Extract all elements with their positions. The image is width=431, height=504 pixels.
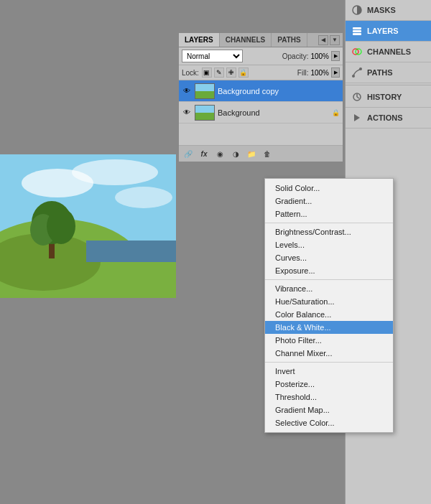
blend-opacity-row: Normal Multiply Screen Opacity: 100% ▶ (179, 47, 343, 65)
mask-button[interactable]: ◉ (213, 148, 226, 159)
lock-paint-icon[interactable]: ✎ (214, 67, 224, 78)
svg-point-2 (72, 159, 158, 185)
svg-point-3 (115, 187, 172, 208)
history-label: HISTORY (367, 93, 402, 101)
menu-posterize[interactable]: Posterize... (265, 378, 393, 391)
layer-thumbnail-bg (195, 105, 215, 121)
paths-label: PATHS (367, 68, 393, 77)
panel-item-channels[interactable]: CHANNELS (346, 42, 431, 62)
tab-paths[interactable]: PATHS (272, 33, 307, 47)
layer-item-bg-copy[interactable]: 👁 Background copy (179, 80, 343, 102)
menu-solid-color[interactable]: Solid Color... (265, 182, 393, 195)
layer-name-bg-copy: Background copy (218, 87, 340, 95)
panel-item-masks[interactable]: MASKS (346, 0, 431, 21)
menu-hue-saturation[interactable]: Hue/Saturation... (265, 295, 393, 308)
tab-layers[interactable]: LAYERS (179, 33, 220, 47)
layer-item-bg[interactable]: 👁 Background 🔒 (179, 102, 343, 123)
svg-line-22 (357, 97, 359, 98)
layers-footer: 🔗 fx ◉ ◑ 📁 🗑 (179, 145, 343, 162)
channels-icon (351, 46, 363, 57)
tab-expand-icon[interactable]: ◀ (318, 35, 328, 45)
panel-tabs: LAYERS CHANNELS PATHS ◀ ▼ (179, 33, 343, 47)
layer-name-bg: Background (218, 108, 328, 117)
tab-menu-icon[interactable]: ▼ (330, 35, 340, 45)
menu-color-balance[interactable]: Color Balance... (265, 308, 393, 321)
fill-control: Fill: 100% ▶ (297, 67, 340, 78)
svg-rect-15 (353, 33, 361, 35)
fill-value: 100% (310, 69, 329, 77)
menu-vibrance[interactable]: Vibrance... (265, 282, 393, 295)
opacity-arrow[interactable]: ▶ (331, 51, 340, 61)
menu-pattern[interactable]: Pattern... (265, 207, 393, 220)
masks-label: MASKS (367, 6, 396, 14)
panel-item-history[interactable]: HISTORY (346, 87, 431, 108)
layer-lock-icon: 🔒 (331, 108, 340, 117)
svg-point-18 (352, 75, 355, 78)
menu-photo-filter[interactable]: Photo Filter... (265, 334, 393, 347)
channels-label: CHANNELS (367, 47, 411, 56)
link-button[interactable]: 🔗 (182, 148, 195, 159)
history-icon (351, 91, 363, 103)
svg-rect-14 (353, 30, 361, 32)
photo-canvas (0, 154, 176, 298)
folder-button[interactable]: 📁 (245, 148, 258, 159)
menu-curves[interactable]: Curves... (265, 251, 393, 264)
lock-fill-row: Lock: ▣ ✎ ✙ 🔒 Fill: 100% ▶ (179, 65, 343, 80)
opacity-label: Opacity: (282, 52, 309, 60)
blend-mode-select[interactable]: Normal Multiply Screen (182, 50, 243, 62)
layers-empty-area (179, 123, 343, 145)
panel-item-paths[interactable]: PATHS (346, 62, 431, 83)
lock-all-icon[interactable]: 🔒 (238, 67, 249, 78)
svg-rect-11 (86, 241, 176, 262)
layer-thumbnail-bg-copy (195, 83, 215, 99)
layer-eye-bg-copy[interactable]: 👁 (182, 86, 192, 96)
separator-2 (265, 279, 393, 280)
tab-channels[interactable]: CHANNELS (220, 33, 272, 47)
separator-3 (265, 362, 393, 363)
svg-point-10 (47, 208, 75, 244)
panel-divider (346, 85, 431, 85)
opacity-control: Opacity: 100% ▶ (282, 51, 340, 61)
layers-label: LAYERS (367, 27, 399, 35)
menu-invert[interactable]: Invert (265, 365, 393, 378)
menu-gradient[interactable]: Gradient... (265, 195, 393, 207)
tab-actions: ◀ ▼ (318, 35, 343, 45)
menu-exposure[interactable]: Exposure... (265, 264, 393, 277)
svg-rect-13 (353, 27, 361, 29)
lock-transparent-icon[interactable]: ▣ (202, 67, 212, 78)
panel-item-layers[interactable]: LAYERS (346, 21, 431, 42)
panel-item-actions[interactable]: ACTIONS (346, 108, 431, 129)
menu-selective-color[interactable]: Selective Color... (265, 416, 393, 429)
svg-point-19 (359, 67, 362, 70)
opacity-value: 100% (310, 52, 329, 60)
separator-1 (265, 223, 393, 223)
context-menu: Solid Color... Gradient... Pattern... Br… (264, 178, 394, 433)
actions-icon (351, 112, 363, 123)
trash-button[interactable]: 🗑 (261, 148, 274, 159)
lock-icons: ▣ ✎ ✙ 🔒 (202, 67, 249, 78)
menu-black-white[interactable]: Black & White... (265, 321, 393, 334)
fill-arrow[interactable]: ▶ (331, 67, 340, 78)
lock-label: Lock: (182, 69, 199, 77)
layer-eye-bg[interactable]: 👁 (182, 108, 192, 118)
layers-panel: LAYERS CHANNELS PATHS ◀ ▼ Normal Multipl… (178, 32, 343, 162)
menu-brightness-contrast[interactable]: Brightness/Contrast... (265, 225, 393, 238)
fill-label: Fill: (297, 69, 309, 77)
actions-label: ACTIONS (367, 113, 403, 122)
adjustment-button[interactable]: ◑ (229, 148, 242, 159)
fx-button[interactable]: fx (198, 148, 210, 159)
menu-channel-mixer[interactable]: Channel Mixer... (265, 347, 393, 360)
masks-icon (351, 4, 363, 16)
layers-icon (351, 25, 363, 37)
paths-icon (351, 67, 363, 78)
menu-levels[interactable]: Levels... (265, 238, 393, 251)
lock-move-icon[interactable]: ✙ (226, 67, 236, 78)
svg-marker-23 (354, 114, 360, 121)
menu-threshold[interactable]: Threshold... (265, 391, 393, 403)
menu-gradient-map[interactable]: Gradient Map... (265, 403, 393, 416)
